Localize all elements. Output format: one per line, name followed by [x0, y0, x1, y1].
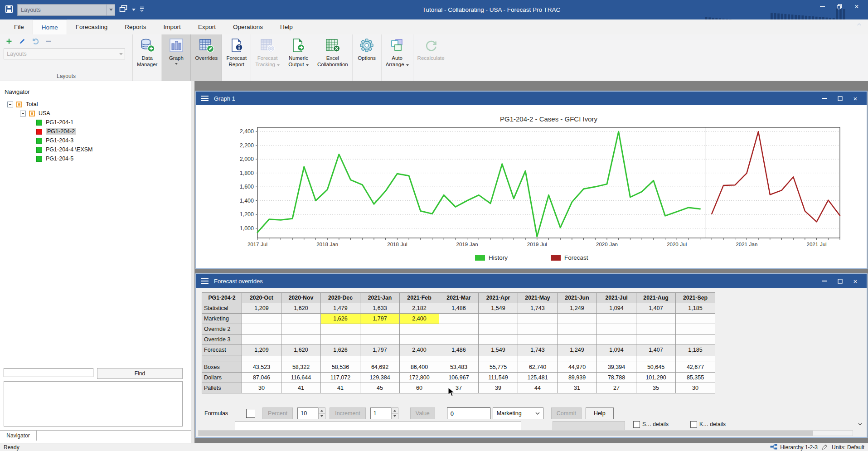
grid-cell[interactable] [360, 324, 400, 335]
horizontal-scrollbar[interactable] [198, 430, 853, 436]
grid-cell[interactable]: 37 [439, 383, 479, 393]
grid-cell[interactable] [242, 324, 281, 335]
tab-export[interactable]: Export [189, 19, 224, 34]
grid-cell[interactable] [242, 314, 281, 324]
tab-home[interactable]: Home [33, 19, 67, 34]
grid-cell[interactable]: 1,743 [518, 345, 558, 355]
grid-cell[interactable]: 1,249 [558, 303, 597, 314]
grid-cell[interactable]: 41 [321, 383, 360, 393]
grid-cell[interactable]: 2,400 [400, 314, 439, 324]
find-input[interactable] [4, 368, 93, 377]
grid-cell[interactable]: 172,800 [400, 373, 439, 383]
panel-splitter[interactable] [191, 81, 195, 443]
cascade-dropdown-icon[interactable] [132, 9, 136, 11]
overrides-maximize-button[interactable] [832, 276, 848, 286]
tree-item-pg1-204-2[interactable]: PG1-204-2 [0, 127, 191, 136]
grid-cell[interactable]: 60 [400, 383, 439, 393]
grid-cell[interactable] [479, 335, 518, 345]
grid-cell[interactable]: 39 [479, 383, 518, 393]
grid-cell[interactable] [439, 324, 479, 335]
grid-cell[interactable]: 39,394 [597, 362, 636, 373]
grid-cell[interactable]: 1,549 [479, 303, 518, 314]
edit-layout-icon[interactable] [18, 37, 27, 46]
grid-cell[interactable] [439, 355, 479, 362]
stepper-up-icon[interactable] [319, 408, 325, 414]
ribbon-button-options[interactable]: Options [353, 34, 382, 81]
add-layout-icon[interactable] [5, 37, 14, 46]
grid-cell[interactable]: 31 [558, 383, 597, 393]
grid-cell[interactable] [558, 314, 597, 324]
grid-cell[interactable]: 1,249 [558, 345, 597, 355]
grid-cell[interactable] [242, 355, 281, 362]
grid-cell[interactable]: 1,626 [321, 314, 360, 324]
grid-cell[interactable]: 1,743 [518, 303, 558, 314]
tab-import[interactable]: Import [155, 19, 189, 34]
grid-cell[interactable]: 62,740 [518, 362, 558, 373]
grid-cell[interactable]: 45 [360, 383, 400, 393]
grid-cell[interactable]: 1,486 [439, 345, 479, 355]
grid-cell[interactable] [676, 314, 715, 324]
graph-close-button[interactable]: × [848, 93, 863, 103]
grid-cell[interactable]: 30 [242, 383, 281, 393]
grid-cell[interactable]: 30 [676, 383, 715, 393]
grid-cell[interactable] [558, 324, 597, 335]
close-button[interactable]: × [848, 1, 865, 12]
hierarchy-status[interactable]: Hierarchy 1-2-3 [780, 444, 818, 451]
scroll-down-icon[interactable] [856, 420, 863, 428]
layouts-quick-combo[interactable]: Layouts [17, 4, 115, 16]
grid-cell[interactable]: 1,626 [321, 345, 360, 355]
grid-cell[interactable]: 86,400 [400, 362, 439, 373]
ribbon-button-excel-collaboration[interactable]: ExcelCollaboration [313, 34, 353, 81]
grid-cell[interactable]: 78,788 [597, 373, 636, 383]
collapse-icon[interactable] [20, 111, 26, 116]
grid-cell[interactable] [636, 355, 676, 362]
grid-cell[interactable]: 1,209 [242, 345, 281, 355]
grid-cell[interactable]: 1,486 [439, 303, 479, 314]
grid-cell[interactable]: 35 [636, 383, 676, 393]
grid-cell[interactable] [281, 314, 321, 324]
grid-cell[interactable]: 44,970 [558, 362, 597, 373]
find-button[interactable]: Find [97, 368, 183, 379]
grid-cell[interactable] [281, 335, 321, 345]
graph-minimize-button[interactable] [817, 93, 832, 103]
ribbon-button-numeric-output[interactable]: NumericOutput [284, 34, 313, 81]
grid-cell[interactable]: 1,549 [479, 345, 518, 355]
help-button[interactable]: Help [586, 407, 614, 419]
grid-cell[interactable] [439, 335, 479, 345]
remove-layout-icon[interactable] [44, 37, 53, 46]
ribbon-button-data-manager[interactable]: DataManager [133, 34, 162, 81]
grid-cell[interactable] [242, 335, 281, 345]
grid-cell[interactable]: 50,645 [636, 362, 676, 373]
ribbon-button-overrides[interactable]: Overrides [191, 34, 222, 81]
grid-cell[interactable]: 1,209 [242, 303, 281, 314]
grid-cell[interactable] [676, 355, 715, 362]
grid-cell[interactable]: 116,644 [281, 373, 321, 383]
grid-cell[interactable]: 1,633 [360, 303, 400, 314]
grid-cell[interactable]: 1,185 [676, 303, 715, 314]
undo-icon[interactable] [31, 37, 40, 46]
overrides-minimize-button[interactable] [817, 276, 832, 286]
overrides-close-button[interactable]: × [848, 276, 863, 286]
tab-file[interactable]: File [5, 19, 33, 34]
grid-cell[interactable]: 87,046 [242, 373, 281, 383]
grid-cell[interactable]: 1,185 [676, 345, 715, 355]
grid-cell[interactable]: 106,967 [439, 373, 479, 383]
tree-item-pg1-204-5[interactable]: PG1-204-5 [0, 154, 191, 163]
grid-cell[interactable] [479, 355, 518, 362]
menu-icon[interactable] [201, 278, 209, 284]
grid-cell[interactable] [439, 314, 479, 324]
layouts-combo[interactable]: Layouts [4, 48, 125, 59]
grid-cell[interactable]: 42,677 [676, 362, 715, 373]
tab-reports[interactable]: Reports [116, 19, 155, 34]
grid-cell[interactable]: 1,620 [281, 303, 321, 314]
grid-cell[interactable] [321, 355, 360, 362]
grid-cell[interactable]: 1,094 [597, 345, 636, 355]
grid-cell[interactable]: 55,775 [479, 362, 518, 373]
tab-forecasting[interactable]: Forecasting [67, 19, 116, 34]
save-layout-icon[interactable] [5, 5, 14, 15]
grid-cell[interactable] [558, 335, 597, 345]
grid-cell[interactable]: 2,400 [400, 345, 439, 355]
grid-cell[interactable] [636, 314, 676, 324]
units-status[interactable]: Units: Default [832, 444, 864, 451]
formulas-checkbox[interactable] [246, 409, 255, 418]
